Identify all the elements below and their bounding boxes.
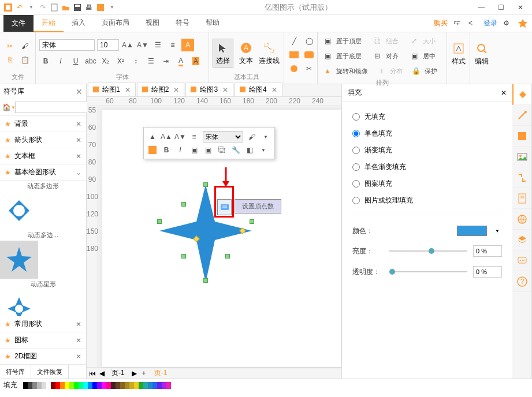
tt-fill-icon[interactable] xyxy=(512,84,531,105)
mt-font-select[interactable]: 宋体 xyxy=(203,131,243,143)
new-icon[interactable] xyxy=(50,3,59,12)
fontcolor-icon[interactable]: A xyxy=(174,55,187,68)
rotate-icon[interactable]: ▲ xyxy=(321,65,334,77)
toback-icon[interactable]: ▣ xyxy=(321,50,334,62)
tt-page-icon[interactable] xyxy=(512,188,531,209)
tab-help[interactable]: 帮助 xyxy=(198,14,228,32)
tab-layout[interactable]: 页面布局 xyxy=(94,14,137,32)
save-icon[interactable] xyxy=(73,3,82,12)
cat-arrows[interactable]: ★箭头形状✕ xyxy=(0,132,86,148)
qat-more-icon[interactable]: ▼ xyxy=(107,3,117,12)
options-icon[interactable] xyxy=(96,3,105,12)
mt-more2-icon[interactable]: ▼ xyxy=(258,145,269,155)
line-shape[interactable]: ╱ xyxy=(288,35,300,47)
redo-icon[interactable]: ↷ xyxy=(38,3,47,12)
login-link[interactable]: 登录 xyxy=(483,18,497,28)
mt-fontdec-icon[interactable]: A▼ xyxy=(175,132,185,142)
home-icon[interactable]: 🏠▼ xyxy=(2,102,14,113)
mt-italic-icon[interactable]: I xyxy=(175,145,185,155)
superscript-icon[interactable]: X² xyxy=(114,55,127,68)
mt-layer1-icon[interactable]: ▣ xyxy=(189,145,199,155)
canvas-page[interactable]: ▲ A▲ A▼ ≡ 宋体 🖌 ▼ B I ▣ ▣ ⿻ xyxy=(102,110,341,367)
panel-close-icon[interactable]: ✕ xyxy=(76,87,83,96)
tab-insert[interactable]: 插入 xyxy=(64,14,94,32)
decrease-font-icon[interactable]: A▼ xyxy=(136,39,149,51)
distribute-icon[interactable]: ⦀ xyxy=(375,65,388,77)
share-icon[interactable]: ⮓ xyxy=(453,19,463,28)
increase-font-icon[interactable]: A▲ xyxy=(121,39,134,51)
fill-opt-pattern[interactable]: 图案填充 xyxy=(352,175,502,192)
oval-shape[interactable]: ◯ xyxy=(303,35,315,47)
pt-first-icon[interactable]: ⏮ xyxy=(89,369,96,377)
size-icon[interactable]: ⤢ xyxy=(408,35,421,47)
print-icon[interactable]: 🖶 xyxy=(84,3,94,12)
mt-layer2-icon[interactable]: ▣ xyxy=(203,145,213,155)
tt-globe-icon[interactable] xyxy=(512,209,531,230)
minimize-button[interactable]: — xyxy=(477,3,486,12)
strike-icon[interactable]: abc xyxy=(84,55,97,68)
fill-opt-gradient[interactable]: 渐变填充 xyxy=(352,142,502,159)
cat-background[interactable]: ★背景✕ xyxy=(0,116,86,132)
pt-page1[interactable]: 页-1 xyxy=(108,367,128,379)
rrect-shape[interactable] xyxy=(303,48,315,61)
mt-fontinc-icon[interactable]: A▲ xyxy=(161,132,172,142)
connector-tool[interactable]: 连接线 xyxy=(259,39,280,68)
align2-icon[interactable]: ⊟ xyxy=(371,50,384,62)
style-button[interactable]: 样式 xyxy=(451,40,466,69)
group-icon[interactable]: ⿻ xyxy=(371,35,384,47)
spacing-icon[interactable]: ↕ xyxy=(129,55,142,68)
font-size-input[interactable] xyxy=(97,39,119,51)
shape-star4[interactable] xyxy=(0,290,38,316)
close-button[interactable]: ✕ xyxy=(516,3,525,12)
underline-icon[interactable]: U xyxy=(69,55,82,68)
cat-textbox[interactable]: ★文本框✕ xyxy=(0,148,86,164)
tt-connector-icon[interactable] xyxy=(512,167,531,188)
subscript-icon[interactable]: X₂ xyxy=(99,55,112,68)
tab-symbol[interactable]: 符号 xyxy=(168,14,198,32)
shape-star-selected[interactable] xyxy=(0,241,38,279)
tt-picture-icon[interactable] xyxy=(512,147,531,167)
fill-opt-none[interactable]: 无填充 xyxy=(352,108,502,125)
rect-shape[interactable] xyxy=(288,48,300,61)
color-swatch[interactable] xyxy=(457,226,487,236)
vertex-handle[interactable] xyxy=(217,199,232,215)
mt-theme-icon[interactable]: ◧ xyxy=(244,145,255,155)
circle-shape[interactable] xyxy=(288,62,300,75)
pt-prev-icon[interactable]: ◀ xyxy=(99,369,105,377)
fill-opt-solidgrad[interactable]: 单色渐变填充 xyxy=(352,159,502,175)
linespace-icon[interactable]: ☰ xyxy=(144,55,157,68)
tt-layers-icon[interactable] xyxy=(512,230,531,250)
mt-fill-icon[interactable] xyxy=(147,145,158,155)
cat-basic-shapes[interactable]: ★基本绘图形状⌄ xyxy=(0,164,86,181)
cat-icons[interactable]: ★图标✕ xyxy=(0,332,86,349)
export-icon[interactable]: < xyxy=(468,19,478,28)
mt-more-icon[interactable]: ▼ xyxy=(261,132,271,142)
mt-align-icon[interactable]: ≡ xyxy=(189,132,199,142)
fill-opt-picture[interactable]: 图片或纹理填充 xyxy=(352,192,502,209)
open-icon[interactable] xyxy=(61,3,70,12)
lp-tab-recovery[interactable]: 文件恢复 xyxy=(31,365,69,379)
tt-shadow-icon[interactable] xyxy=(512,126,531,147)
centerpage-icon[interactable]: ▣ xyxy=(408,50,421,62)
mt-bold-icon[interactable]: B xyxy=(161,145,172,155)
buy-link[interactable]: 购买 xyxy=(434,18,448,28)
pt-next-icon[interactable]: ▶ xyxy=(132,369,137,377)
bullets-icon[interactable]: ☰ xyxy=(151,39,164,51)
cat-common[interactable]: ★常用形状✕ xyxy=(0,316,86,332)
tt-line-icon[interactable] xyxy=(512,105,531,126)
mt-group-icon[interactable]: ⿻ xyxy=(217,145,227,155)
maximize-button[interactable]: ☐ xyxy=(496,3,505,12)
tt-comment-icon[interactable] xyxy=(512,250,531,271)
pt-add-icon[interactable]: ＋ xyxy=(140,368,147,378)
mt-brush-icon[interactable]: 🖌 xyxy=(247,132,257,142)
lp-tab-library[interactable]: 符号库 xyxy=(0,365,31,379)
indent-icon[interactable]: ⇥ xyxy=(159,55,172,68)
edit-button[interactable]: 编辑 xyxy=(474,40,490,69)
doc-tab-4[interactable]: 绘图4✕ xyxy=(235,83,282,96)
highlight-icon[interactable]: A xyxy=(181,39,194,51)
select-tool[interactable]: 选择 xyxy=(213,39,233,68)
lock-icon[interactable]: 🔒 xyxy=(410,65,422,77)
transparency-slider[interactable] xyxy=(389,271,467,272)
mt-tool-icon[interactable]: 🔧 xyxy=(230,145,241,155)
doc-tab-3[interactable]: 绘图3✕ xyxy=(185,83,233,96)
